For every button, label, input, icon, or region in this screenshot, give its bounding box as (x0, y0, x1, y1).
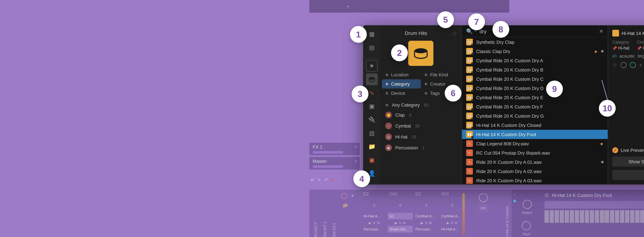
result-row[interactable]: ▮▮Hi-Hat 14 K Custom Dry Foot (462, 130, 608, 139)
pin-icon[interactable]: 📌 (637, 46, 642, 50)
track-fader[interactable] (313, 151, 343, 154)
category-row[interactable]: 👏 Clap 3 (382, 110, 460, 121)
list-icon[interactable]: ≡ (318, 177, 320, 183)
add-pad-icon[interactable]: + (362, 198, 387, 213)
close-icon[interactable]: ✕ (331, 177, 335, 183)
browser-sidebar: ▦ ▤ ✷ ∿ ▣ 🔌 ▧ 📁 ▣ 👤 (364, 26, 380, 184)
drum-pad[interactable]: Snare AS... (388, 226, 413, 232)
color-swatch[interactable] (621, 62, 626, 68)
filter-category[interactable]: ✱Category (382, 79, 421, 89)
category-any[interactable]: ✱ Any Category 65 (382, 100, 460, 110)
result-row[interactable]: ▮▮Cymbal Ride 20 K Custom Dry C (462, 74, 608, 84)
drum-pad[interactable]: A1 (388, 213, 413, 219)
drum-preset-icon: ▮▮ (466, 57, 473, 64)
pitch-label: Pitch (522, 232, 531, 236)
arrow-icon[interactable]: ↗ (324, 177, 328, 183)
result-row[interactable]: ▮▮Classic Clap Dry★ (462, 47, 608, 56)
meta-creator-value[interactable]: Genys (643, 46, 644, 51)
meta-category-label: Category (612, 40, 630, 45)
favorite-star-icon[interactable]: ☆ (612, 62, 617, 68)
play-icon[interactable]: ▶ (421, 221, 423, 225)
result-row[interactable]: ▮▮Cymbal Ride 20 K Custom Dry G (462, 111, 608, 121)
play-icon[interactable]: ▶ (369, 221, 371, 225)
play-icon[interactable]: ▶ (447, 221, 449, 225)
moon-icon[interactable]: ☾ (514, 192, 517, 197)
marker-icon (514, 200, 516, 202)
result-row[interactable]: ∿RC Cut 054 Pnotap Dry Illspark.wav (462, 148, 608, 157)
meta-category-value[interactable]: Hi-hat (618, 46, 630, 51)
power-icon[interactable] (341, 193, 347, 199)
add-pad-icon[interactable]: + (440, 198, 465, 213)
add-color-icon[interactable]: + (639, 62, 642, 68)
result-name: Synthetic Dry Clap (476, 40, 604, 45)
recent-icon[interactable]: ▣ (366, 154, 378, 166)
meta-creator-label: Creator (637, 40, 644, 45)
result-name: Cymbal Ride 20 K Custom Dry E (476, 95, 604, 100)
grid-view-icon[interactable]: ▦ (366, 28, 378, 40)
dropdown-icon[interactable]: ▾ (351, 193, 354, 198)
callout-6: 6 (445, 85, 462, 102)
show-sampler-presets-button[interactable]: Show Sampler Presets (612, 157, 644, 167)
result-row[interactable]: ∿Ride 20 K Custom Dry A 01.wav (462, 157, 608, 167)
gain-knob[interactable] (479, 193, 488, 202)
favorite-star-icon[interactable]: ☆ (452, 30, 458, 37)
search-icon[interactable]: 🔍 (466, 28, 473, 35)
packages-icon[interactable]: ▧ (366, 127, 378, 139)
pitch-knob[interactable] (522, 221, 531, 230)
result-row[interactable]: ▮▮Synthetic Dry Clap (462, 38, 608, 47)
tag[interactable]: bright (638, 54, 644, 58)
pin-icon[interactable]: 📌 (612, 46, 617, 50)
mixer-icon[interactable]: ⇄ (310, 177, 314, 183)
drum-preset-icon: ▮▮ (466, 94, 473, 101)
category-row[interactable]: ○ Cymbal 35 (382, 121, 460, 131)
result-row[interactable]: ▮▮Cymbal Ride 20 K Custom Dry A (462, 56, 608, 65)
fx-button[interactable]: FX (478, 205, 489, 211)
drum-preset-icon: ▮▮ (466, 85, 473, 92)
add-pad-icon[interactable]: + (414, 198, 439, 213)
result-row[interactable]: ▮▮Cymbal Ride 20 K Custom Dry E (462, 93, 608, 102)
drum-pad[interactable]: Percussi... (414, 226, 439, 232)
filter-location[interactable]: ✱Location (382, 70, 421, 79)
drum-pad[interactable]: Hi-Hat A... (440, 226, 465, 232)
result-row[interactable]: ∿Clap Legend 808 Dry.wav★ (462, 139, 608, 148)
folder-icon[interactable]: 📁 (366, 141, 378, 152)
confirm-button[interactable]: Confirm (612, 170, 644, 180)
result-row[interactable]: ▮▮Cymbal Ride 20 K Custom Dry D (462, 84, 608, 93)
select-knob[interactable] (522, 200, 532, 209)
folder-icon[interactable]: ▥ (544, 192, 548, 198)
filter-device[interactable]: ✱Device (382, 89, 421, 98)
drum-pad[interactable]: Cymbal A... (440, 213, 465, 219)
result-row[interactable]: ∿Ride 20 K Custom Dry A 02.wav (462, 167, 608, 176)
category-row[interactable]: ◉ Percussion 1 (382, 142, 460, 153)
track-fader[interactable] (313, 165, 343, 168)
multisamples-icon[interactable]: ▣ (366, 100, 378, 112)
presets-icon[interactable]: ✷ (366, 60, 378, 72)
add-tab-icon[interactable]: + (346, 3, 350, 10)
clear-search-icon[interactable]: ✕ (599, 28, 604, 35)
plug-icon[interactable]: 🔌 (366, 114, 378, 126)
track-indicator-icon (355, 160, 357, 162)
color-swatch[interactable] (630, 62, 636, 68)
piano-roll[interactable] (544, 210, 644, 223)
play-icon[interactable]: ▶ (395, 221, 397, 225)
track-row[interactable]: FX 1 (310, 143, 360, 155)
result-row[interactable]: ▮▮Cymbal Ride 20 K Custom Dry F (462, 102, 608, 111)
list-a-icon[interactable]: ▤ (366, 42, 378, 53)
result-row[interactable]: ∿Ride 20 K Custom Dry A 03.wav (462, 176, 608, 184)
folder-icon[interactable]: 📁 (342, 202, 348, 208)
filter-filekind[interactable]: ✱File Kind (421, 70, 460, 79)
result-name: Classic Clap Dry (476, 49, 591, 54)
result-row[interactable]: ▮▮Hi-Hat 14 K Custom Dry Closed (462, 121, 608, 130)
waveform-display[interactable] (544, 201, 644, 209)
check-icon[interactable]: ✓ (612, 147, 618, 153)
drum-pad[interactable]: Cymbal A... (414, 213, 439, 219)
pad-column-label: D#2 (440, 190, 465, 198)
drum-pad[interactable]: Hi-Hat A... (362, 213, 387, 219)
category-row[interactable]: ◎ Hi-hat 26 (382, 131, 460, 142)
add-pad-icon[interactable]: + (388, 198, 413, 213)
result-row[interactable]: ▮▮Cymbal Ride 20 K Custom Dry B (462, 65, 608, 74)
track-row[interactable]: Master (310, 157, 360, 169)
drum-pad[interactable]: Percussi... (362, 226, 387, 232)
tag[interactable]: acoustic (620, 54, 635, 58)
drum-hits-icon[interactable] (366, 74, 378, 85)
